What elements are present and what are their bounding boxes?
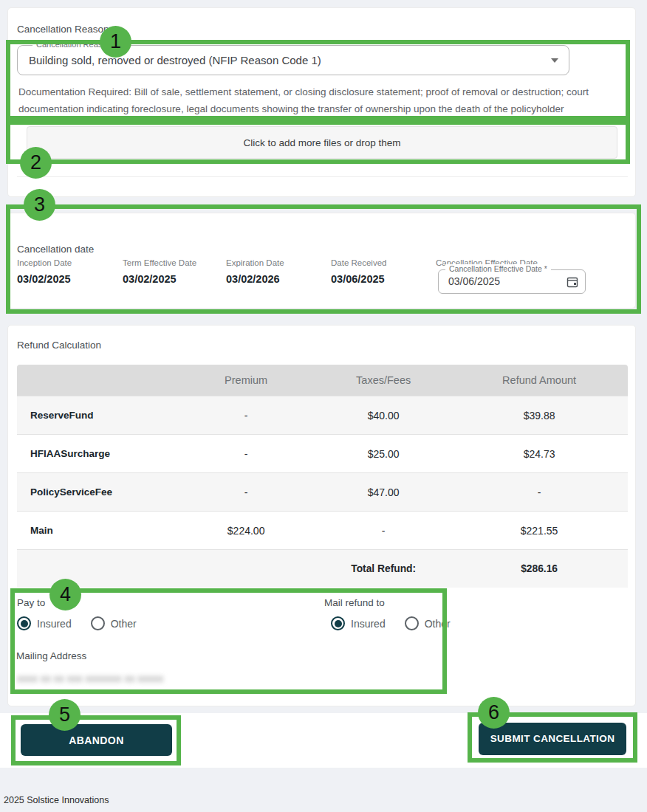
upload-panel-divider [17,176,628,177]
mail-refund-insured-label: Insured [351,618,386,630]
table-row: PolicyServiceFee - $47.00 - [17,473,628,512]
cancellation-reason-card: Cancellation Reason Cancellation Reason … [7,7,636,197]
row-label: HFIAASurcharge [17,435,176,473]
cancellation-reason-select-value: Building sold, removed or destroyed (NFI… [29,46,321,75]
mail-refund-other-radio[interactable] [405,616,419,630]
footer-text: 2025 Solstice Innovations [4,795,109,805]
cell-taxes-fees: - [316,512,451,550]
refund-calculation-card: Refund Calculation Premium Taxes/Fees Re… [7,325,636,706]
pay-to-other-radio[interactable] [91,616,105,630]
cancellation-effective-date-input[interactable]: Cancellation Effective Date * 03/06/2025 [438,269,586,294]
refund-table-header-refund-amount: Refund Amount [451,365,628,396]
mailing-address-label: Mailing Address [16,650,86,661]
cell-refund: - [451,473,628,512]
inception-date-label: Inception Date [17,258,72,267]
calendar-icon[interactable] [566,276,578,291]
date-received-label: Date Received [331,258,386,267]
cell-refund: $221.55 [451,512,628,550]
table-row: Main $224.00 - $221.55 [17,512,628,550]
refund-table: Premium Taxes/Fees Refund Amount Reserve… [17,365,628,588]
refund-table-header-premium: Premium [176,365,316,396]
file-dropzone[interactable]: Click to add more files or drop them [27,126,617,159]
expiration-date-value: 03/02/2026 [226,273,280,285]
cell-taxes-fees: $47.00 [316,473,451,512]
mail-refund-insured-radio[interactable] [331,616,345,630]
cell-premium: - [176,435,316,473]
cell-premium: - [176,473,316,512]
refund-table-header-empty [17,365,176,396]
row-label: PolicyServiceFee [17,473,176,512]
chevron-down-icon[interactable] [551,58,558,63]
row-label: ReserveFund [17,396,176,435]
date-received-value: 03/06/2025 [331,273,385,285]
cancellation-reason-select[interactable]: Cancellation Reason Building sold, remov… [17,45,569,75]
cell-refund: $24.73 [451,435,628,473]
row-label: Main [17,512,176,550]
pay-to-label: Pay to [17,597,45,608]
expiration-date-label: Expiration Date [226,258,284,267]
cell-taxes-fees: $40.00 [316,396,451,435]
total-refund-label: Total Refund: [316,550,451,588]
abandon-button[interactable]: ABANDON [21,724,172,756]
documentation-required-text: Documentation Required: Bill of sale, se… [18,83,615,117]
pay-to-insured-radio[interactable] [17,616,31,630]
refund-calculation-section-title: Refund Calculation [17,340,101,351]
cancellation-date-card: Cancellation date Inception Date Term Ef… [7,213,636,309]
mailing-address-value-redacted: xxxx xx xx xxx xxxxxxx xx xxxxx [17,672,163,684]
cell-premium: $224.00 [176,512,316,550]
refund-table-header-taxes-fees: Taxes/Fees [316,365,451,396]
file-dropzone-label: Click to add more files or drop them [243,137,400,148]
term-effective-date-label: Term Effective Date [123,258,196,267]
mail-refund-other-label: Other [425,618,451,630]
cancellation-reason-section-title: Cancellation Reason [17,24,109,35]
submit-cancellation-button[interactable]: SUBMIT CANCELLATION [479,723,626,755]
inception-date-value: 03/02/2025 [17,273,71,285]
cell-taxes-fees: $25.00 [316,435,451,473]
total-refund-row: Total Refund: $286.16 [17,550,628,588]
mail-refund-to-label: Mail refund to [324,597,385,608]
table-row: HFIAASurcharge - $25.00 $24.73 [17,435,628,473]
cell-premium: - [176,396,316,435]
cancellation-effective-date-input-value: 03/06/2025 [448,270,500,293]
cancellation-date-section-title: Cancellation date [17,244,94,255]
table-row: ReserveFund - $40.00 $39.88 [17,396,628,435]
cell-refund: $39.88 [451,396,628,435]
pay-to-other-label: Other [111,618,137,630]
total-refund-value: $286.16 [451,550,628,588]
mail-refund-to-radio-group: Insured Other [331,616,464,630]
pay-to-radio-group: Insured Other [17,616,150,630]
pay-to-insured-label: Insured [37,618,72,630]
term-effective-date-value: 03/02/2025 [123,273,177,285]
refund-table-header-row: Premium Taxes/Fees Refund Amount [17,365,628,396]
